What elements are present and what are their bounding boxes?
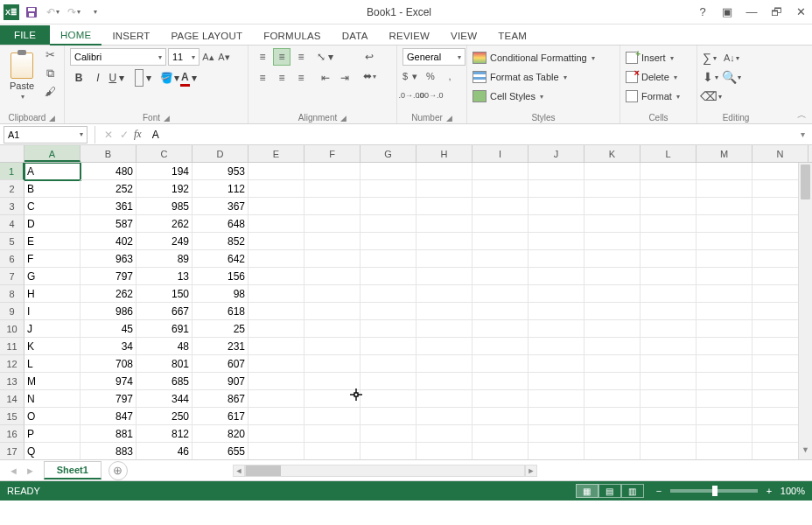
cell[interactable]: [584, 320, 640, 338]
ribbon-display-options-icon[interactable]: ▣: [719, 5, 735, 18]
cell[interactable]: [696, 303, 752, 320]
cell[interactable]: 797: [80, 390, 136, 408]
cell[interactable]: [696, 355, 752, 373]
cell[interactable]: [416, 373, 472, 390]
cell[interactable]: [248, 355, 304, 373]
cell[interactable]: [248, 303, 304, 320]
cell[interactable]: 974: [80, 373, 136, 390]
tab-team[interactable]: Team: [487, 27, 537, 45]
cell[interactable]: 607: [192, 355, 248, 373]
row-header[interactable]: 2: [0, 180, 24, 198]
cell[interactable]: [304, 268, 360, 285]
align-center-icon[interactable]: ≡: [273, 69, 290, 87]
cell[interactable]: [696, 215, 752, 233]
cell[interactable]: [248, 250, 304, 268]
cell[interactable]: [304, 250, 360, 268]
restore-icon[interactable]: 🗗: [768, 5, 784, 18]
cell[interactable]: 361: [80, 198, 136, 215]
v-scroll-down-icon[interactable]: ▼: [799, 445, 812, 458]
help-icon[interactable]: ?: [695, 5, 710, 18]
add-sheet-button[interactable]: ⊕: [108, 461, 128, 480]
cell[interactable]: [472, 268, 528, 285]
page-layout-view-icon[interactable]: ▤: [598, 484, 621, 498]
customize-qat-icon[interactable]: ▾: [86, 4, 103, 21]
tab-review[interactable]: REVIEW: [379, 27, 441, 45]
cell[interactable]: 820: [192, 425, 248, 443]
cell[interactable]: [640, 425, 696, 443]
cell[interactable]: D: [24, 215, 80, 233]
cell[interactable]: H: [24, 285, 80, 303]
row-header[interactable]: 10: [0, 320, 24, 338]
cell[interactable]: M: [24, 373, 80, 390]
cell[interactable]: [416, 355, 472, 373]
insert-cells-button[interactable]: Insert▾: [626, 48, 691, 67]
cell[interactable]: [696, 373, 752, 390]
tab-page-layout[interactable]: PAGE LAYOUT: [161, 27, 254, 45]
sheet-nav-next-icon[interactable]: ►: [25, 466, 35, 476]
zoom-slider[interactable]: [670, 489, 758, 493]
cell[interactable]: C: [24, 198, 80, 215]
cell[interactable]: [528, 215, 584, 233]
cell[interactable]: [416, 285, 472, 303]
cell[interactable]: [304, 233, 360, 250]
cell[interactable]: 953: [192, 163, 248, 180]
underline-button[interactable]: U▾: [108, 69, 126, 87]
font-size-combo[interactable]: 11▾: [168, 48, 200, 66]
cell[interactable]: [584, 390, 640, 408]
cell[interactable]: [472, 443, 528, 460]
cell[interactable]: 642: [192, 250, 248, 268]
cell[interactable]: [416, 338, 472, 355]
cell[interactable]: [472, 180, 528, 198]
cell[interactable]: [640, 285, 696, 303]
cell[interactable]: [528, 425, 584, 443]
v-scroll-thumb[interactable]: [801, 164, 810, 200]
bold-button[interactable]: B: [70, 69, 88, 87]
row-header[interactable]: 13: [0, 373, 24, 390]
cell[interactable]: 231: [192, 338, 248, 355]
cell[interactable]: [584, 180, 640, 198]
column-header[interactable]: J: [528, 145, 584, 162]
cell[interactable]: [304, 338, 360, 355]
cell[interactable]: [360, 338, 416, 355]
cell[interactable]: 587: [80, 215, 136, 233]
cell[interactable]: [304, 443, 360, 460]
decrease-font-icon[interactable]: A▾: [217, 52, 231, 63]
formula-input[interactable]: [149, 126, 798, 144]
cell[interactable]: [416, 268, 472, 285]
paste-button[interactable]: Paste ▾: [5, 48, 38, 101]
increase-font-icon[interactable]: A▴: [201, 52, 215, 63]
cell[interactable]: [640, 355, 696, 373]
column-header[interactable]: K: [584, 145, 640, 162]
cell[interactable]: [416, 163, 472, 180]
cell[interactable]: 112: [192, 180, 248, 198]
tab-insert[interactable]: INSERT: [102, 27, 160, 45]
cell[interactable]: [304, 303, 360, 320]
column-header[interactable]: L: [640, 145, 696, 162]
cell[interactable]: [248, 408, 304, 425]
column-header[interactable]: I: [472, 145, 528, 162]
cell[interactable]: 867: [192, 390, 248, 408]
cell[interactable]: J: [24, 320, 80, 338]
cell[interactable]: [584, 355, 640, 373]
column-header[interactable]: A: [24, 145, 80, 162]
redo-icon[interactable]: ↷▾: [65, 4, 82, 21]
cell[interactable]: 881: [80, 425, 136, 443]
cell[interactable]: [360, 285, 416, 303]
accounting-format-icon[interactable]: $▾: [402, 67, 420, 85]
sort-filter-icon[interactable]: A↓▾: [724, 52, 739, 63]
name-box[interactable]: A1▾: [4, 126, 88, 144]
cell[interactable]: [248, 180, 304, 198]
row-header[interactable]: 5: [0, 233, 24, 250]
cell[interactable]: [416, 303, 472, 320]
cell[interactable]: [696, 233, 752, 250]
font-color-button[interactable]: A▾: [180, 69, 198, 87]
cell[interactable]: [248, 320, 304, 338]
format-painter-icon[interactable]: 🖌: [42, 85, 58, 101]
cell[interactable]: [528, 268, 584, 285]
cut-icon[interactable]: ✂: [42, 48, 58, 64]
cell[interactable]: 667: [136, 303, 192, 320]
row-header[interactable]: 17: [0, 443, 24, 460]
format-as-table-button[interactable]: Format as Table▾: [472, 67, 614, 87]
cell[interactable]: 402: [80, 233, 136, 250]
cell[interactable]: [472, 198, 528, 215]
